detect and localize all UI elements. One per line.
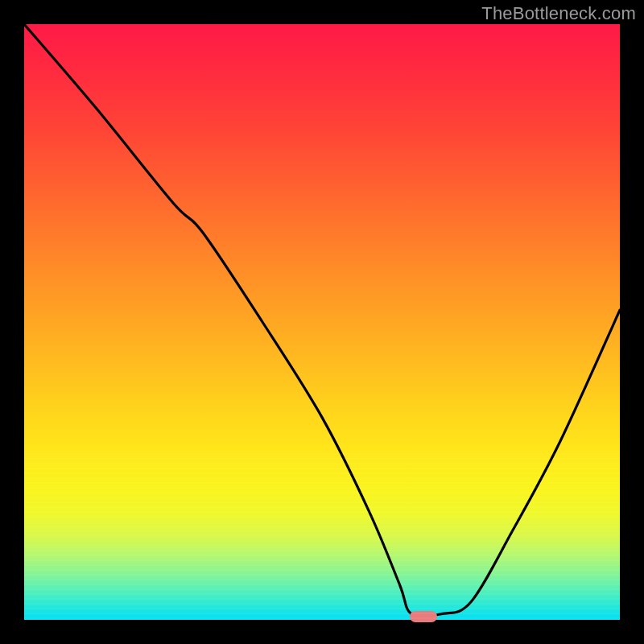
plot-area [24, 24, 620, 620]
chart-frame: TheBottleneck.com [0, 0, 644, 644]
bottleneck-curve [24, 24, 620, 620]
watermark-text: TheBottleneck.com [481, 3, 636, 24]
optimal-point-marker [410, 611, 437, 622]
